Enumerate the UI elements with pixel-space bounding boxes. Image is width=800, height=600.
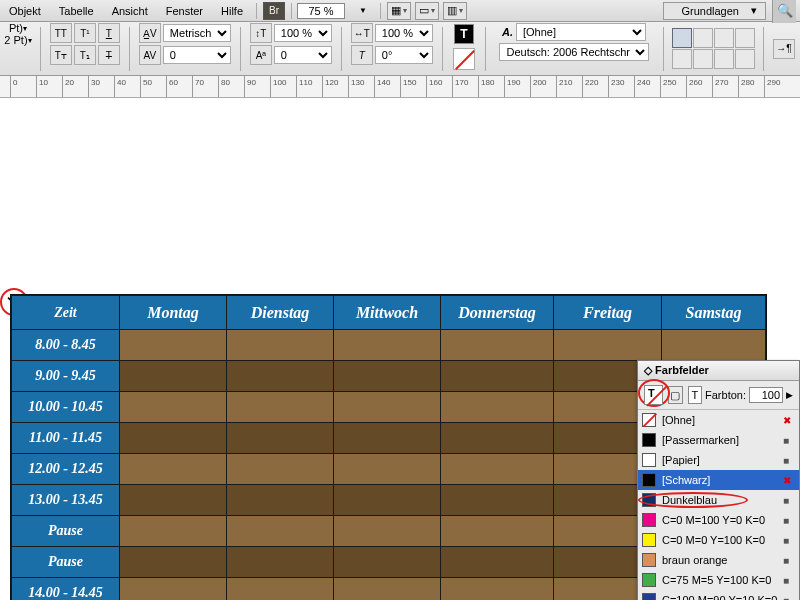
swatch-row[interactable]: C=0 M=0 Y=100 K=0 [638, 530, 799, 550]
swatch-row[interactable]: braun orange [638, 550, 799, 570]
menu-objekt[interactable]: Objekt [0, 5, 50, 17]
cell[interactable] [441, 361, 554, 392]
cell[interactable] [120, 547, 227, 578]
justify-center-icon[interactable] [693, 49, 713, 69]
table-header[interactable]: Zeit [12, 296, 120, 330]
cell[interactable] [227, 330, 334, 361]
table-header[interactable]: Dienstag [227, 296, 334, 330]
indent-icon[interactable]: →¶ [773, 39, 795, 59]
fill-proxy-icon[interactable] [644, 385, 663, 405]
cell[interactable] [227, 423, 334, 454]
cell[interactable] [441, 516, 554, 547]
time-cell[interactable]: 10.00 - 10.45 [12, 392, 120, 423]
cell[interactable] [227, 516, 334, 547]
kerning-select[interactable]: Metrisch [163, 24, 231, 42]
swatch-row[interactable]: [Passermarken] [638, 430, 799, 450]
cell[interactable] [334, 454, 441, 485]
justify-right-icon[interactable] [714, 49, 734, 69]
vscale-select[interactable]: 100 % [375, 24, 433, 42]
align-justify-icon[interactable] [735, 28, 755, 48]
zoom-input[interactable] [297, 3, 345, 19]
cell[interactable] [120, 485, 227, 516]
cell[interactable] [120, 423, 227, 454]
formatting-container-icon[interactable]: ▢ [668, 386, 682, 404]
formatting-text-icon[interactable]: T [688, 386, 702, 404]
table-header[interactable]: Samstag [662, 296, 766, 330]
swatch-row[interactable]: C=100 M=90 Y=10 K=0 [638, 590, 799, 600]
cell[interactable] [334, 392, 441, 423]
fill-text-icon[interactable]: T [454, 24, 474, 44]
swatch-row[interactable]: [Schwarz] [638, 470, 799, 490]
superscript-icon[interactable]: T¹ [74, 23, 96, 43]
cell[interactable] [334, 547, 441, 578]
cell[interactable] [334, 485, 441, 516]
justify-left-icon[interactable] [672, 49, 692, 69]
table-header[interactable]: Montag [120, 296, 227, 330]
cell[interactable] [120, 516, 227, 547]
cell[interactable] [441, 454, 554, 485]
swatch-row[interactable]: [Ohne] [638, 410, 799, 430]
cell[interactable] [227, 547, 334, 578]
cell[interactable] [227, 485, 334, 516]
cell[interactable] [441, 392, 554, 423]
charstyle-select[interactable]: [Ohne] [516, 23, 646, 41]
bridge-icon[interactable]: Br [263, 2, 285, 20]
search-icon[interactable]: 🔍 [772, 0, 796, 23]
time-cell[interactable]: 14.00 - 14.45 [12, 578, 120, 601]
cell[interactable] [441, 423, 554, 454]
screen-mode-icon[interactable]: ▭ [415, 2, 439, 20]
workspace-switcher[interactable]: Grundlagen ▾ [663, 2, 766, 20]
justify-all-icon[interactable] [735, 49, 755, 69]
zoom-control[interactable]: ▼ [296, 2, 376, 20]
tint-input[interactable] [749, 387, 783, 403]
underline-icon[interactable]: T [98, 23, 120, 43]
swatch-row[interactable]: C=75 M=5 Y=100 K=0 [638, 570, 799, 590]
cell[interactable] [227, 454, 334, 485]
cell[interactable] [120, 392, 227, 423]
menu-tabelle[interactable]: Tabelle [50, 5, 103, 17]
table-row[interactable]: 8.00 - 8.45 [12, 330, 766, 361]
cell[interactable] [334, 361, 441, 392]
time-cell[interactable]: 9.00 - 9.45 [12, 361, 120, 392]
menu-fenster[interactable]: Fenster [157, 5, 212, 17]
cell[interactable] [334, 330, 441, 361]
cell[interactable] [227, 361, 334, 392]
view-options-icon[interactable]: ▦ [387, 2, 411, 20]
allcaps-icon[interactable]: TT [50, 23, 72, 43]
hscale-select[interactable]: 100 % [274, 24, 332, 42]
cell[interactable] [120, 330, 227, 361]
cell[interactable] [441, 547, 554, 578]
menu-hilfe[interactable]: Hilfe [212, 5, 252, 17]
time-cell[interactable]: Pause [12, 516, 120, 547]
swatch-row[interactable]: [Papier] [638, 450, 799, 470]
skew-select[interactable]: 0° [375, 46, 433, 64]
cell[interactable] [334, 578, 441, 601]
align-center-icon[interactable] [693, 28, 713, 48]
stroke-none-icon[interactable] [453, 48, 475, 70]
tracking-select[interactable]: 0 [163, 46, 231, 64]
baseline-select[interactable]: 0 [274, 46, 332, 64]
cell[interactable] [334, 423, 441, 454]
cell[interactable] [227, 578, 334, 601]
time-cell[interactable]: 11.00 - 11.45 [12, 423, 120, 454]
cell[interactable] [227, 392, 334, 423]
smallcaps-icon[interactable]: Tᴛ [50, 45, 72, 65]
cell[interactable] [120, 454, 227, 485]
time-cell[interactable]: 12.00 - 12.45 [12, 454, 120, 485]
language-select[interactable]: Deutsch: 2006 Rechtschreib [499, 43, 649, 61]
table-header[interactable]: Freitag [554, 296, 662, 330]
arrange-icon[interactable]: ▥ [443, 2, 467, 20]
table-header[interactable]: Donnerstag [441, 296, 554, 330]
swatch-row[interactable]: Dunkelblau [638, 490, 799, 510]
cell[interactable] [554, 330, 662, 361]
cell[interactable] [441, 578, 554, 601]
strike-icon[interactable]: T [98, 45, 120, 65]
subscript-icon[interactable]: T₁ [74, 45, 96, 65]
swatches-panel[interactable]: ◇ Farbfelder ▢ T Farbton: ▶ [Ohne][Passe… [637, 360, 800, 600]
cell[interactable] [441, 485, 554, 516]
align-right-icon[interactable] [714, 28, 734, 48]
table-header[interactable]: Mittwoch [334, 296, 441, 330]
align-left-icon[interactable] [672, 28, 692, 48]
menu-ansicht[interactable]: Ansicht [103, 5, 157, 17]
time-cell[interactable]: Pause [12, 547, 120, 578]
